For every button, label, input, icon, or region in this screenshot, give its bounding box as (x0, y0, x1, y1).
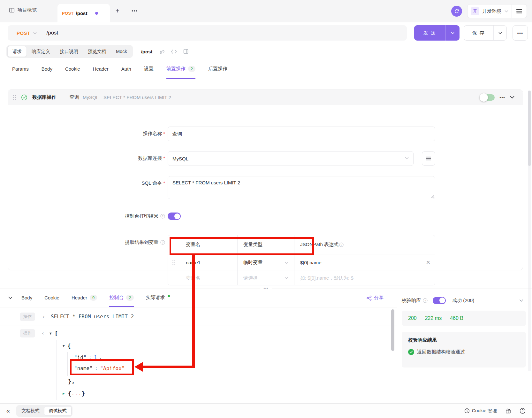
doc-tab-mock[interactable]: Mock (111, 46, 132, 57)
project-tab-label: 项目概览 (18, 7, 37, 13)
hamburger-icon[interactable] (512, 9, 527, 13)
validation-result-title: 校验响应结果 (408, 337, 520, 343)
response-section: Body Cookie Header 9 控制台 2 实际请求 分享 (0, 289, 532, 403)
status-bar: « 文档模式 调试模式 Cookie 管理 ? (0, 403, 532, 418)
code-icon[interactable] (171, 49, 177, 54)
method-select[interactable]: POST (17, 30, 30, 36)
var-type-placeholder[interactable]: 请选择 (238, 271, 294, 285)
environment-selector[interactable]: 开 开发环境 (467, 4, 527, 18)
resp-tab-console[interactable]: 控制台 2 (109, 289, 133, 307)
tab-pre-processors[interactable]: 前置操作 2 (166, 59, 195, 79)
console-line-name: "name" : "Apifox" (74, 361, 125, 375)
print-result-label: 控制台打印结果 ? (8, 213, 165, 219)
drag-handle-icon[interactable] (172, 260, 175, 265)
tab-method: POST (62, 11, 74, 16)
send-button[interactable]: 发 送 (414, 25, 460, 41)
console-line-brace: ▼ { (63, 340, 71, 352)
card-collapse-icon[interactable] (510, 96, 514, 99)
var-type-select[interactable]: 临时变量 (238, 254, 294, 271)
tab-params[interactable]: Params (12, 59, 29, 79)
gift-icon[interactable] (505, 408, 511, 414)
doc-tab-request[interactable]: 请求 (7, 46, 27, 57)
request-more-button[interactable]: ••• (513, 25, 528, 41)
resize-handle[interactable] (430, 194, 434, 198)
save-label[interactable]: 保 存 (464, 26, 493, 40)
doc-tab-response-def[interactable]: 响应定义 (27, 46, 55, 57)
question-icon[interactable]: ? (520, 408, 526, 414)
add-tab-icon[interactable]: + (116, 8, 119, 14)
share-button[interactable]: 分享 (367, 295, 384, 301)
request-tab-active[interactable]: POST /post (57, 4, 110, 22)
tab-settings[interactable]: 设置 (144, 59, 154, 79)
chevron-down-icon[interactable] (519, 299, 523, 302)
console-scrollbar[interactable] (391, 309, 394, 351)
project-overview-tab[interactable]: 项目概览 (9, 7, 37, 13)
sync-icon[interactable] (451, 6, 462, 17)
tab-header[interactable]: Header (93, 59, 109, 79)
resp-tab-actual-request[interactable]: 实际请求 (146, 289, 170, 307)
sql-label: SQL 命令* (8, 180, 165, 186)
save-dropdown-icon[interactable] (493, 26, 506, 40)
validate-status: 成功 (200) (452, 298, 474, 304)
drag-handle-icon[interactable] (13, 95, 16, 100)
save-button[interactable]: 保 存 (464, 25, 507, 41)
print-result-toggle[interactable] (168, 213, 181, 220)
send-dropdown-icon[interactable] (445, 25, 460, 41)
resp-tab-body[interactable]: Body (21, 289, 32, 307)
collapse-toggle-icon[interactable]: ▼ (49, 331, 52, 336)
pre-processors-count: 2 (188, 66, 195, 72)
send-label[interactable]: 发 送 (414, 25, 445, 41)
tab-post-processors[interactable]: 后置操作 (208, 59, 227, 79)
collapse-toggle-icon[interactable]: ▼ (63, 344, 65, 348)
resp-tab-header[interactable]: Header 9 (72, 289, 97, 307)
card-header[interactable]: 数据库操作 查询 MySQL SELECT * FROM users LIMIT… (8, 90, 523, 105)
request-bar: POST /post 发 送 保 存 ••• (0, 22, 532, 43)
help-icon[interactable]: ? (160, 240, 165, 245)
validate-toggle[interactable] (433, 297, 446, 304)
var-name-input[interactable]: name1 (180, 254, 238, 271)
tab-body[interactable]: Body (42, 59, 52, 79)
cookie-manage-button[interactable]: Cookie 管理 (464, 408, 497, 414)
help-icon[interactable]: ? (339, 243, 344, 247)
doc-tab-preview[interactable]: 预览文档 (83, 46, 111, 57)
help-icon[interactable]: ? (423, 298, 428, 303)
tab-auth[interactable]: Auth (121, 59, 131, 79)
chevron-down-icon (405, 157, 409, 159)
help-icon[interactable]: ? (160, 214, 165, 219)
expand-toggle-icon[interactable]: ▶ (63, 391, 65, 396)
panel-splitter-handle[interactable]: ••• (260, 286, 272, 291)
debug-mode-button[interactable]: 调试模式 (44, 406, 72, 416)
collapse-panel-icon[interactable] (8, 297, 12, 299)
sql-textarea[interactable]: SELECT * FROM users LIMIT 2 (168, 176, 435, 199)
double-chevron-left-icon[interactable]: « (6, 407, 10, 414)
close-icon[interactable]: ✕ (426, 259, 430, 266)
step-enabled-toggle[interactable] (481, 94, 495, 101)
card-more-icon[interactable]: ••• (499, 95, 505, 100)
required-asterisk: * (163, 131, 165, 136)
check-circle-icon[interactable] (21, 94, 27, 101)
jsonpath-placeholder[interactable]: 如: $[0].name，默认为: $ (294, 271, 435, 285)
tab-cookie[interactable]: Cookie (65, 59, 80, 79)
doc-tab-api-desc[interactable]: 接口说明 (55, 46, 83, 57)
console-line-brace-close: }, (68, 375, 75, 387)
resp-tab-cookie[interactable]: Cookie (44, 289, 59, 307)
jsonpath-input[interactable]: $[0].name ✕ (294, 254, 435, 271)
var-name-placeholder[interactable]: 变量名 (180, 271, 238, 285)
tab-more-icon[interactable]: ••• (132, 8, 138, 14)
link-icon[interactable] (159, 49, 164, 54)
svg-text:?: ? (162, 215, 163, 218)
url-input[interactable]: POST /post (8, 25, 407, 41)
response-tabs: Body Cookie Header 9 控制台 2 实际请求 分享 (0, 289, 397, 307)
doc-mode-button[interactable]: 文档模式 (17, 406, 44, 416)
db-conn-manage-button[interactable] (422, 151, 435, 166)
op-name-field[interactable]: 查询 (168, 127, 435, 141)
unsaved-dot (95, 12, 98, 15)
op-pill[interactable]: 操作 (20, 313, 35, 321)
env-badge: 开 (471, 7, 479, 15)
op-name-label: 操作名称* (8, 131, 165, 137)
status-code: 200 (408, 315, 417, 321)
op-pill[interactable]: 操作 (20, 329, 35, 337)
required-asterisk: * (163, 155, 165, 161)
layout-icon[interactable] (183, 49, 188, 54)
db-conn-select[interactable]: MySQL (168, 151, 414, 166)
